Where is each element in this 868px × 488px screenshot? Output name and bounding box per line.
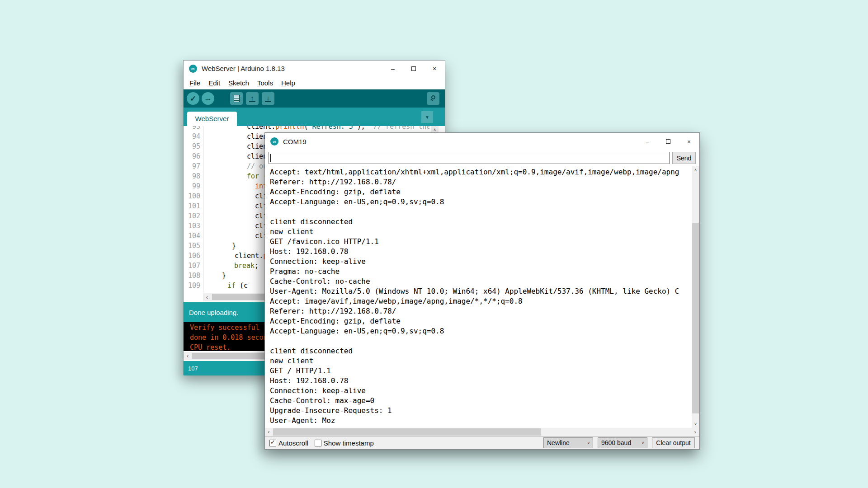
serial-output-line: Host: 192.168.0.78 (270, 376, 690, 386)
upload-arrow-icon: → (204, 94, 212, 103)
serial-output-text: Accept: text/html,application/xhtml+xml,… (270, 168, 690, 426)
close-button[interactable]: × (424, 61, 445, 76)
upload-button[interactable]: → (202, 92, 214, 105)
serial-output-line: client disconnected (270, 347, 690, 357)
menu-edit[interactable]: Edit (204, 78, 224, 88)
menu-bar: FileEditSketchToolsHelp (184, 76, 445, 89)
tab-webserver[interactable]: WebServer (187, 112, 237, 126)
serial-output-line: Accept: text/html,application/xhtml+xml,… (270, 168, 690, 178)
arduino-infinity-icon: ∞ (270, 137, 278, 145)
gutter-divider (203, 126, 203, 292)
scroll-left-icon[interactable]: ‹ (265, 428, 273, 436)
upload-status-text: Done uploading. (189, 309, 238, 316)
menu-file[interactable]: File (185, 78, 204, 88)
line-number: 109 (184, 282, 203, 291)
save-button[interactable]: ↓ (262, 92, 274, 105)
serial-monitor-window: ∞ COM19 – × Send Accept: text/html,appli… (264, 132, 700, 450)
serial-output-line: Accept-Encoding: gzip, deflate (270, 188, 690, 197)
serial-horizontal-scrollbar[interactable]: ‹ › (265, 428, 699, 436)
text-caret (270, 154, 271, 162)
tab-list-button[interactable]: ▼ (421, 111, 433, 123)
serial-output-line: User-Agent: Mozilla/5.0 (Windows NT 10.0… (270, 287, 690, 297)
chevron-down-icon: ∨ (641, 441, 644, 445)
serial-output-line: Upgrade-Insecure-Requests: 1 (270, 406, 690, 416)
show-timestamp-label: Show timestamp (324, 439, 374, 447)
arduino-infinity-icon: ∞ (189, 65, 197, 73)
serial-monitor-icon (429, 95, 437, 102)
line-number: 106 (184, 252, 203, 262)
serial-output-line: Cache-Control: no-cache (270, 277, 690, 287)
toolbar: ✓ → ↑ ↓ (184, 89, 445, 108)
open-icon: ↑ (249, 94, 256, 103)
serial-window-title: COM19 (283, 138, 307, 145)
line-number: 103 (184, 222, 203, 232)
code-line: client.println("Refresh: 5"); // refresh… (206, 126, 429, 132)
serial-output-line: Accept-Encoding: gzip, deflate (270, 317, 690, 327)
new-sketch-button[interactable] (230, 92, 243, 105)
menu-help[interactable]: Help (277, 78, 299, 88)
line-number: 96 (184, 152, 203, 162)
minimize-button[interactable]: – (382, 61, 403, 76)
line-number: 108 (184, 272, 203, 282)
serial-output-line: User-Agent: Moz (270, 416, 690, 426)
new-sketch-icon (234, 95, 240, 102)
serial-output-line: Cache-Control: max-age=0 (270, 396, 690, 406)
serial-vscroll-thumb[interactable] (692, 223, 699, 413)
serial-output-line: GET / HTTP/1.1 (270, 366, 690, 376)
chevron-down-icon: ∨ (587, 441, 590, 445)
checkmark-icon: ✓ (270, 439, 275, 446)
line-number-gutter: 9394959697989910010110210310410510610710… (184, 126, 203, 291)
maximize-button[interactable] (403, 61, 424, 76)
line-number: 100 (184, 192, 203, 202)
current-line-number: 107 (188, 365, 198, 372)
serial-vertical-scrollbar[interactable]: ∧ ∨ (692, 166, 699, 428)
chevron-down-icon: ▼ (425, 115, 429, 120)
scroll-right-icon[interactable]: › (691, 428, 699, 436)
sketch-tabbar: WebServer ▼ (184, 108, 445, 126)
clear-output-button[interactable]: Clear output (652, 437, 695, 448)
minimize-button[interactable]: – (637, 133, 658, 150)
line-number: 97 (184, 162, 203, 172)
send-button[interactable]: Send (672, 152, 696, 164)
serial-output-line: client disconnected (270, 217, 690, 227)
line-ending-dropdown[interactable]: Newline ∨ (543, 437, 593, 448)
line-number: 105 (184, 242, 203, 252)
scroll-left-icon[interactable]: ‹ (204, 293, 210, 301)
serial-message-input[interactable] (269, 152, 670, 164)
serial-output-line: Pragma: no-cache (270, 267, 690, 277)
autoscroll-checkbox[interactable]: ✓ (269, 440, 276, 446)
maximize-button[interactable] (658, 133, 679, 150)
scroll-left-icon[interactable]: ‹ (184, 352, 191, 360)
line-number: 93 (184, 126, 203, 132)
autoscroll-label: Autoscroll (278, 439, 308, 447)
serial-input-row: Send (265, 150, 699, 166)
serial-output-line: Referer: http://192.168.0.78/ (270, 307, 690, 317)
verify-button[interactable]: ✓ (187, 92, 199, 105)
line-number: 99 (184, 182, 203, 192)
serial-output-line (270, 207, 690, 217)
line-number: 94 (184, 132, 203, 142)
line-number: 104 (184, 232, 203, 242)
serial-output-line: Connection: keep-alive (270, 386, 690, 396)
open-button[interactable]: ↑ (246, 92, 259, 105)
serial-hscroll-thumb[interactable] (273, 428, 541, 436)
maximize-icon (411, 66, 416, 71)
serial-output-line: GET /favicon.ico HTTP/1.1 (270, 237, 690, 247)
menu-sketch[interactable]: Sketch (224, 78, 253, 88)
serial-output-line: Host: 192.168.0.78 (270, 247, 690, 257)
maximize-icon (666, 139, 670, 144)
arduino-titlebar[interactable]: ∞ WebServer | Arduino 1.8.13 – × (184, 61, 445, 76)
serial-output-area: Accept: text/html,application/xhtml+xml,… (265, 166, 699, 428)
show-timestamp-checkbox[interactable] (315, 440, 321, 446)
serial-output-line: Accept-Language: en-US,en;q=0.9,sv;q=0.8 (270, 327, 690, 337)
scroll-down-icon[interactable]: ∨ (692, 420, 699, 428)
serial-titlebar[interactable]: ∞ COM19 – × (265, 133, 699, 150)
serial-output-line: new client (270, 227, 690, 237)
scroll-up-icon[interactable]: ∧ (692, 166, 699, 174)
baud-rate-dropdown[interactable]: 9600 baud ∨ (598, 437, 647, 448)
line-number: 101 (184, 202, 203, 212)
line-number: 107 (184, 262, 203, 272)
close-button[interactable]: × (679, 133, 699, 150)
serial-monitor-button[interactable] (427, 92, 439, 105)
menu-tools[interactable]: Tools (253, 78, 277, 88)
